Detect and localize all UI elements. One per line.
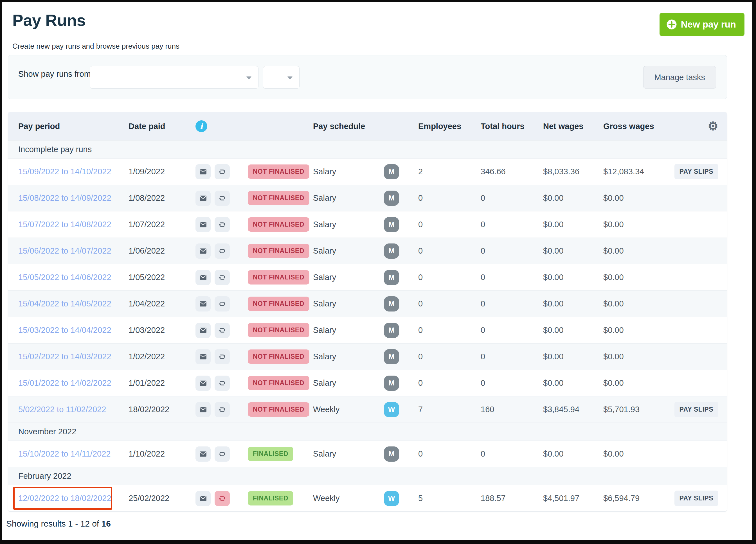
page-title: Pay Runs xyxy=(12,11,752,30)
pay-period-link[interactable]: 15/02/2022 to 14/03/2022 xyxy=(18,352,111,361)
refresh-icon[interactable] xyxy=(215,270,230,285)
table-header-row: Pay period Date paid i Pay schedule Empl… xyxy=(8,112,727,140)
status-badge: NOT FINALISED xyxy=(248,270,309,284)
info-icon[interactable]: i xyxy=(195,120,207,132)
refresh-icon[interactable] xyxy=(215,349,230,364)
date-paid-value: 1/03/2022 xyxy=(129,325,165,334)
pay-schedule-value: Salary xyxy=(313,378,336,387)
schedule-frequency-badge: W xyxy=(384,402,399,417)
pay-schedule-value: Salary xyxy=(313,246,336,255)
envelope-icon[interactable] xyxy=(195,446,211,462)
manage-tasks-button[interactable]: Manage tasks xyxy=(643,66,716,89)
date-paid-cell: 1/01/2022 xyxy=(129,378,195,388)
envelope-icon[interactable] xyxy=(195,491,211,506)
pay-period-link[interactable]: 15/04/2022 to 14/05/2022 xyxy=(18,299,111,308)
refresh-icon[interactable] xyxy=(215,375,230,391)
total-hours-cell: 0 xyxy=(481,378,543,388)
pay-period-link[interactable]: 15/09/2022 to 14/10/2022 xyxy=(18,167,111,176)
employees-cell: 5 xyxy=(418,494,481,503)
pay-slips-button[interactable]: PAY SLIPS xyxy=(674,491,718,506)
new-pay-run-button[interactable]: New pay run xyxy=(660,13,744,36)
pay-schedule-cell: Salary xyxy=(313,378,384,388)
chevron-down-icon xyxy=(246,77,251,80)
table-row: 5/02/2022 to 11/02/202218/02/2022NOT FIN… xyxy=(8,396,727,422)
pay-period-link[interactable]: 15/05/2022 to 14/06/2022 xyxy=(18,273,111,282)
envelope-icon[interactable] xyxy=(195,164,211,179)
refresh-icon[interactable] xyxy=(215,323,230,338)
pay-schedule-cell: Salary xyxy=(313,352,384,361)
refresh-icon[interactable] xyxy=(215,164,230,179)
schedule-badge-cell: M xyxy=(384,164,418,179)
employees-cell: 0 xyxy=(418,246,481,256)
net-wages-value: $0.00 xyxy=(543,246,564,255)
envelope-icon[interactable] xyxy=(195,375,211,391)
pay-slips-button[interactable]: PAY SLIPS xyxy=(674,164,718,179)
pay-period-link[interactable]: 15/08/2022 to 14/09/2022 xyxy=(18,194,111,203)
pay-runs-table: Pay period Date paid i Pay schedule Empl… xyxy=(8,112,727,512)
refresh-icon[interactable] xyxy=(215,244,230,259)
pay-slips-button[interactable]: PAY SLIPS xyxy=(674,402,718,417)
net-wages-value: $0.00 xyxy=(543,352,564,361)
envelope-icon[interactable] xyxy=(195,270,211,285)
total-hours-value: 346.66 xyxy=(481,167,506,176)
employees-value: 0 xyxy=(418,378,423,387)
total-hours-cell: 0 xyxy=(481,246,543,256)
envelope-icon[interactable] xyxy=(195,402,211,417)
pay-period-cell: 15/04/2022 to 14/05/2022 xyxy=(8,299,129,308)
gross-wages-cell: $0.00 xyxy=(603,325,674,335)
employees-cell: 0 xyxy=(418,325,481,335)
pay-runs-from-select[interactable] xyxy=(90,66,258,89)
schedule-badge-cell: M xyxy=(384,446,418,462)
total-hours-value: 0 xyxy=(481,220,485,229)
envelope-icon[interactable] xyxy=(195,349,211,364)
schedule-frequency-badge: M xyxy=(384,323,399,338)
results-summary-text: Showing results 1 - 12 of xyxy=(6,519,102,528)
refresh-icon[interactable] xyxy=(215,446,230,462)
schedule-frequency-badge: M xyxy=(384,446,399,462)
total-hours-cell: 346.66 xyxy=(481,167,543,176)
row-end-cell: PAY SLIPS xyxy=(674,164,727,179)
row-end-cell: PAY SLIPS xyxy=(674,402,727,417)
net-wages-cell: $0.00 xyxy=(543,220,603,229)
pay-period-link[interactable]: 5/02/2022 to 11/02/2022 xyxy=(18,405,106,414)
pay-schedule-value: Salary xyxy=(313,167,336,176)
envelope-icon[interactable] xyxy=(195,323,211,338)
pay-runs-from-secondary-select[interactable] xyxy=(263,66,300,89)
table-row: 15/03/2022 to 14/04/20221/03/2022NOT FIN… xyxy=(8,317,727,343)
refresh-icon[interactable] xyxy=(215,191,230,206)
net-wages-cell: $0.00 xyxy=(543,378,603,388)
net-wages-value: $0.00 xyxy=(543,220,564,229)
employees-cell: 0 xyxy=(418,378,481,388)
gross-wages-cell: $0.00 xyxy=(603,194,674,203)
gear-icon[interactable]: ⚙ xyxy=(708,120,718,132)
table-row: 15/06/2022 to 14/07/20221/06/2022NOT FIN… xyxy=(8,238,727,264)
envelope-icon[interactable] xyxy=(195,191,211,206)
pay-schedule-cell: Salary xyxy=(313,246,384,256)
refresh-icon[interactable] xyxy=(215,491,230,506)
total-hours-value: 0 xyxy=(481,194,485,203)
pay-period-link[interactable]: 15/06/2022 to 14/07/2022 xyxy=(18,246,111,255)
gross-wages-value: $0.00 xyxy=(603,378,624,387)
pay-period-link[interactable]: 12/02/2022 to 18/02/2022 xyxy=(18,494,111,503)
pay-period-link[interactable]: 15/10/2022 to 14/11/2022 xyxy=(18,449,111,458)
date-paid-cell: 1/06/2022 xyxy=(129,246,195,256)
pay-period-link[interactable]: 15/07/2022 to 14/08/2022 xyxy=(18,220,111,229)
pay-schedule-value: Salary xyxy=(313,220,336,229)
refresh-icon[interactable] xyxy=(215,402,230,417)
refresh-icon[interactable] xyxy=(215,296,230,311)
status-cell: NOT FINALISED xyxy=(248,270,313,284)
schedule-frequency-badge: M xyxy=(384,349,399,364)
pay-schedule-cell: Salary xyxy=(313,273,384,282)
status-badge: NOT FINALISED xyxy=(248,376,309,390)
refresh-icon[interactable] xyxy=(215,217,230,232)
pay-period-link[interactable]: 15/01/2022 to 14/02/2022 xyxy=(18,378,111,387)
envelope-icon[interactable] xyxy=(195,244,211,259)
plus-circle-icon xyxy=(666,19,678,30)
pay-period-link[interactable]: 15/03/2022 to 14/04/2022 xyxy=(18,325,111,334)
envelope-icon[interactable] xyxy=(195,296,211,311)
section-label: February 2022 xyxy=(8,467,727,485)
table-row: 15/05/2022 to 14/06/20221/05/2022NOT FIN… xyxy=(8,264,727,290)
envelope-icon[interactable] xyxy=(195,217,211,232)
employees-cell: 0 xyxy=(418,220,481,229)
status-cell: NOT FINALISED xyxy=(248,376,313,390)
